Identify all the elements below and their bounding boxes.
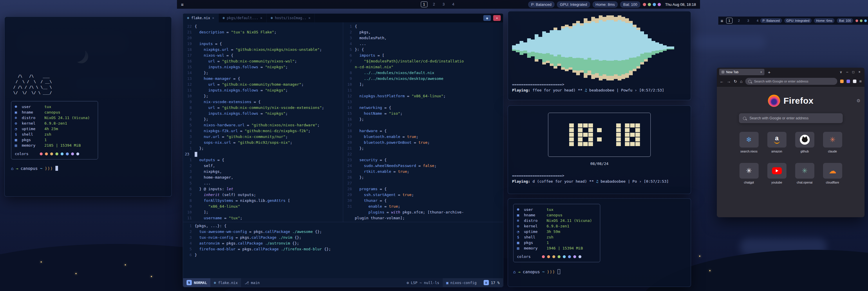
- shortcut-tile-chatgpt[interactable]: ✳chatgpt: [738, 163, 760, 184]
- new-tab-button[interactable]: +: [767, 70, 772, 75]
- code-line: 20 bluetooth.powerOnBoot = true;: [343, 140, 503, 146]
- terminal-fastfetch-left[interactable]: /\ /\ ___ / \ / \ / __\ / /\ / /\ \ \__ …: [4, 17, 172, 197]
- line-number: 4: [183, 240, 195, 246]
- workspace-tag-2[interactable]: 2: [431, 2, 437, 7]
- workspace-tag-2[interactable]: 2: [736, 18, 742, 23]
- nixos-snowflake-icon: ❄: [746, 136, 752, 144]
- nix-file-icon: ❄: [223, 16, 225, 20]
- tray-icon[interactable]: [864, 20, 867, 22]
- fetch-row: ⚙kernel6.9.8-zen1: [517, 223, 596, 229]
- tab-close-icon[interactable]: ×: [260, 16, 262, 20]
- viz-bar: [621, 17, 625, 79]
- shortcut-tile-youtube[interactable]: youtube: [766, 163, 788, 184]
- tray-icon[interactable]: [658, 3, 661, 6]
- terminal-clock[interactable]: 08/08/24 ======================> Playing…: [508, 106, 691, 194]
- line-number: 4: [183, 128, 195, 134]
- shell-prompt[interactable]: ⌂→canopus~))): [513, 269, 685, 274]
- code-text: ../../modules/nixos/default.nix: [355, 70, 434, 76]
- status-bar-secondary: ≡1234P: BalancedGPU: IntegratedHome: 6ms…: [718, 17, 868, 25]
- extension-icon[interactable]: [846, 80, 850, 83]
- code-text: };: [195, 93, 208, 99]
- newtab-search-bar[interactable]: [739, 113, 843, 123]
- extension-icon[interactable]: [853, 80, 857, 83]
- firefox-window[interactable]: New Tab × + ∨ – □ × ← → ↻ ⌂ ≡: [717, 68, 865, 217]
- reload-icon[interactable]: ↻: [734, 79, 737, 84]
- launcher-menu-icon[interactable]: ≡: [181, 2, 184, 7]
- workspace-tag-3[interactable]: 3: [745, 18, 751, 23]
- tab-title: New Tab: [726, 70, 739, 74]
- code-text: "x86_64-linux": [195, 204, 240, 209]
- list-tabs-icon[interactable]: ∨: [840, 70, 842, 74]
- workspace-tag-1[interactable]: 1: [726, 18, 733, 24]
- url-input[interactable]: [753, 79, 834, 83]
- distro-icon: ❄: [15, 115, 22, 120]
- launcher-menu-icon[interactable]: ≡: [721, 18, 723, 23]
- viz-bar: [618, 16, 621, 81]
- editor-tabbar: ❄flake.nix×❄pkgs/default...×❄hosts/isoIm…: [183, 13, 503, 22]
- back-icon[interactable]: ←: [720, 79, 724, 84]
- editor-tab-pkgs-default-[interactable]: ❄pkgs/default...×: [219, 13, 267, 22]
- firefox-newtab-page: ⚙ Firefox ❄search.nixosaamazongithub✳cla…: [717, 95, 865, 217]
- shortcut-tile-claude[interactable]: ✳claude: [822, 132, 844, 153]
- url-bar[interactable]: [745, 78, 837, 85]
- terminal-fastfetch-right[interactable]: ☻usertux▣hnamecanopus❄distroNixOS 24.11 …: [508, 198, 691, 287]
- shortcut-tile-chat-openai[interactable]: ✳chat.openai: [794, 163, 816, 184]
- shortcut-tile-amazon[interactable]: aamazon: [766, 132, 788, 153]
- code-line: 7 "${modulesPath}/installer/cd-dvd/insta…: [343, 58, 503, 64]
- tile-label: amazon: [771, 150, 782, 153]
- line-number: 14: [183, 70, 195, 76]
- browser-tab-new-tab[interactable]: New Tab ×: [719, 69, 765, 75]
- editor-tab-hosts-isoimag-[interactable]: ❄hosts/isoImag..×: [267, 13, 315, 22]
- code-text: nixpkgs,: [195, 169, 222, 175]
- window-close-button[interactable]: ×: [493, 15, 501, 21]
- firefox-logo-icon: [768, 95, 780, 107]
- tile-label: cloudflare: [826, 181, 839, 184]
- code-text: enable = true;: [355, 204, 400, 209]
- workspace-tag-1[interactable]: 1: [421, 1, 427, 7]
- maximize-button[interactable]: □: [852, 70, 855, 74]
- tab-close-icon[interactable]: ×: [212, 16, 214, 20]
- nix-file-icon: ❄: [214, 281, 216, 285]
- fetch-label: uptime: [22, 126, 44, 132]
- close-button[interactable]: ×: [859, 70, 861, 74]
- code-text: astronvim = pkgs.callPackage ./astronvim…: [195, 240, 299, 246]
- code-line: 19 bluetooth.enable = true;: [343, 134, 503, 140]
- editor-pane-flake-nix[interactable]: 22{21 description = "tux's NixOS Flake";…: [183, 22, 343, 222]
- extension-icon[interactable]: [840, 80, 844, 83]
- newtab-search-input[interactable]: [749, 116, 839, 120]
- fetch-label: hname: [524, 212, 547, 218]
- workspace-tag-4[interactable]: 4: [450, 2, 456, 7]
- shell-prompt[interactable]: ⌂→canopus~))): [11, 166, 165, 171]
- forward-icon[interactable]: →: [727, 79, 731, 84]
- preview-toggle-button[interactable]: ◉: [483, 15, 491, 21]
- menu-icon[interactable]: ≡: [859, 79, 862, 84]
- cloudflare-icon: ☁: [829, 167, 836, 175]
- tray-icon[interactable]: [856, 20, 858, 22]
- workspace-tag-4[interactable]: 4: [754, 18, 761, 23]
- editor-pane-iso-image[interactable]: 1{2 pkgs,3 modulesPath,4 ...5}: {6 impor…: [343, 22, 503, 222]
- tray-icon[interactable]: [653, 3, 656, 6]
- tab-close-icon[interactable]: ×: [761, 70, 762, 74]
- shortcut-tile-github[interactable]: github: [794, 132, 816, 153]
- neovim-window[interactable]: ❄flake.nix×❄pkgs/default...×❄hosts/isoIm…: [183, 13, 503, 287]
- line-number: 2: [183, 163, 195, 169]
- personalize-gear-icon[interactable]: ⚙: [857, 98, 861, 104]
- home-icon[interactable]: ⌂: [740, 79, 742, 84]
- editor-pane-pkgs-default[interactable]: 1{pkgs, ...}: {2 tux-awesome-wm-config =…: [183, 222, 503, 278]
- audio-visualizer: [512, 14, 687, 82]
- terminal-visualizer[interactable]: ======================> Playing: ffee fo…: [508, 11, 691, 100]
- tray-icon[interactable]: [643, 3, 646, 6]
- line-number: 1: [343, 24, 355, 29]
- tray-icon[interactable]: [860, 20, 863, 22]
- shortcut-tile-cloudflare[interactable]: ☁cloudflare: [822, 163, 844, 184]
- line-number: 20: [183, 35, 195, 41]
- playing-prefix: Playing:: [512, 179, 530, 183]
- line-number: 3: [183, 235, 195, 240]
- editor-tab-flake-nix[interactable]: ❄flake.nix×: [183, 13, 219, 22]
- minimize-button[interactable]: –: [846, 70, 848, 74]
- tray-icon[interactable]: [648, 3, 651, 6]
- workspace-tag-3[interactable]: 3: [441, 2, 447, 7]
- line-number: 5: [183, 122, 195, 128]
- tab-close-icon[interactable]: ×: [308, 16, 310, 20]
- shortcut-tile-search-nixos[interactable]: ❄search.nixos: [738, 132, 760, 153]
